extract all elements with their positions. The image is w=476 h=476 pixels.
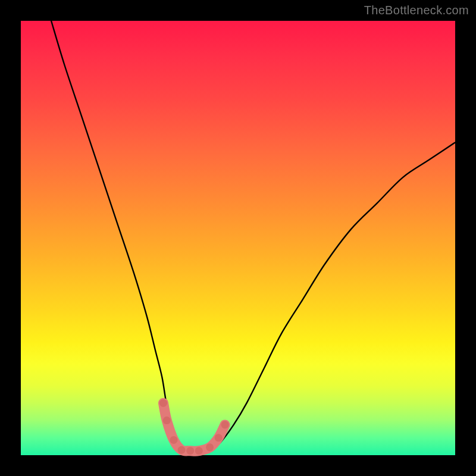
curve-right-branch — [203, 142, 455, 450]
valley-marker-dot — [206, 443, 214, 451]
curve-left-branch — [51, 21, 203, 451]
valley-marker-dot — [195, 447, 203, 455]
valley-marker-dot — [178, 446, 186, 454]
curve-layer — [21, 21, 455, 455]
valley-marker-dot — [163, 416, 171, 424]
valley-marker-dot — [170, 436, 177, 444]
valley-stroke — [163, 403, 225, 451]
valley-marker-dot — [186, 447, 194, 455]
chart-frame: TheBottleneck.com — [0, 0, 476, 476]
valley-marker-dot — [215, 434, 223, 441]
watermark-text: TheBottleneck.com — [364, 4, 469, 17]
valley-marker-dot — [221, 421, 229, 428]
valley-marker-dot — [159, 399, 167, 407]
